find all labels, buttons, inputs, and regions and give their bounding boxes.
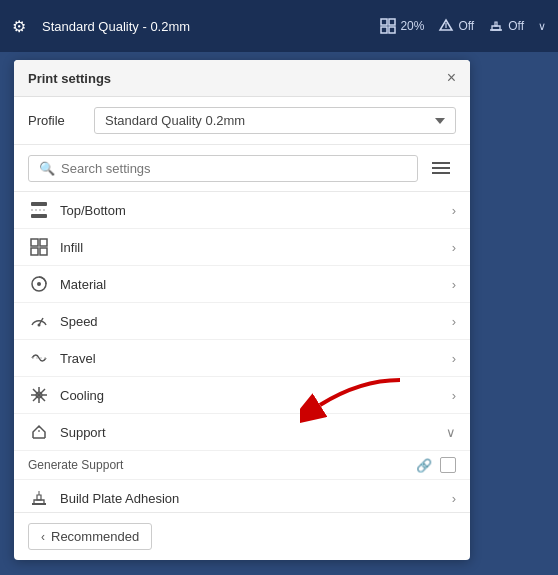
svg-point-16 <box>37 282 41 286</box>
top-bar: ⚙ Standard Quality - 0.2mm 20% Off <box>0 0 558 52</box>
search-input[interactable] <box>61 161 407 176</box>
setting-item-material[interactable]: Material › <box>14 266 470 303</box>
support-chevron: ∨ <box>446 425 456 440</box>
setting-item-infill[interactable]: Infill › <box>14 229 470 266</box>
recommended-label: Recommended <box>51 529 139 544</box>
setting-name-support: Support <box>60 425 438 440</box>
top-bar-adhesion[interactable]: Off <box>488 18 524 34</box>
support-label: Off <box>458 19 474 33</box>
profile-row: Profile Standard Quality 0.2mm <box>14 97 470 145</box>
svg-rect-14 <box>40 248 47 255</box>
svg-rect-1 <box>389 19 395 25</box>
settings-list: Top/Bottom › Infill › <box>14 192 470 512</box>
material-chevron: › <box>452 277 456 292</box>
svg-point-18 <box>38 324 41 327</box>
panel-title: Print settings <box>28 71 111 86</box>
profile-label: Profile <box>28 113 82 128</box>
support-icon <box>28 421 50 443</box>
top-bar-support[interactable]: Off <box>438 18 474 34</box>
panel-header: Print settings × <box>14 60 470 97</box>
generate-support-label: Generate Support <box>28 458 416 472</box>
search-box[interactable]: 🔍 <box>28 155 418 182</box>
svg-rect-2 <box>381 27 387 33</box>
top-bottom-icon <box>28 199 50 221</box>
search-icon: 🔍 <box>39 161 55 176</box>
setting-item-support[interactable]: Support ∨ <box>14 414 470 451</box>
speed-chevron: › <box>452 314 456 329</box>
setting-name-top-bottom: Top/Bottom <box>60 203 444 218</box>
top-bar-profile: Standard Quality - 0.2mm <box>42 19 190 34</box>
setting-item-cooling[interactable]: Cooling › <box>14 377 470 414</box>
top-bottom-chevron: › <box>452 203 456 218</box>
panel-footer: ‹ Recommended <box>14 512 470 560</box>
setting-name-material: Material <box>60 277 444 292</box>
build-plate-adhesion-icon <box>28 487 50 509</box>
generate-support-checkbox[interactable] <box>440 457 456 473</box>
setting-name-build-plate-adhesion: Build Plate Adhesion <box>60 491 444 506</box>
cooling-icon <box>28 384 50 406</box>
setting-item-top-bottom[interactable]: Top/Bottom › <box>14 192 470 229</box>
infill-chevron: › <box>452 240 456 255</box>
top-bar-items: 20% Off Off ∨ <box>380 18 546 34</box>
menu-icon-button[interactable] <box>426 153 456 183</box>
top-bar-infill[interactable]: 20% <box>380 18 424 34</box>
hamburger-icon <box>432 161 450 175</box>
setting-item-build-plate-adhesion[interactable]: Build Plate Adhesion › <box>14 480 470 512</box>
svg-rect-0 <box>381 19 387 25</box>
infill-icon <box>380 18 396 34</box>
adhesion-icon <box>488 18 504 34</box>
svg-rect-11 <box>31 239 38 246</box>
search-row: 🔍 <box>14 145 470 192</box>
setting-name-infill: Infill <box>60 240 444 255</box>
generate-support-row: Generate Support 🔗 <box>14 451 470 480</box>
setting-name-speed: Speed <box>60 314 444 329</box>
svg-rect-9 <box>31 214 47 218</box>
link-icon[interactable]: 🔗 <box>416 458 432 473</box>
svg-rect-8 <box>31 202 47 206</box>
travel-icon <box>28 347 50 369</box>
infill-icon <box>28 236 50 258</box>
sliders-icon: ⚙ <box>12 17 26 36</box>
generate-support-controls: 🔗 <box>416 457 456 473</box>
setting-item-speed[interactable]: Speed › <box>14 303 470 340</box>
infill-label: 20% <box>400 19 424 33</box>
svg-rect-3 <box>389 27 395 33</box>
setting-name-cooling: Cooling <box>60 388 444 403</box>
recommended-button[interactable]: ‹ Recommended <box>28 523 152 550</box>
cooling-chevron: › <box>452 388 456 403</box>
recommended-chevron-icon: ‹ <box>41 530 45 544</box>
print-settings-panel: Print settings × Profile Standard Qualit… <box>14 60 470 560</box>
setting-item-travel[interactable]: Travel › <box>14 340 470 377</box>
adhesion-label: Off <box>508 19 524 33</box>
material-icon <box>28 273 50 295</box>
close-button[interactable]: × <box>447 70 456 86</box>
speed-icon <box>28 310 50 332</box>
topbar-chevron[interactable]: ∨ <box>538 20 546 33</box>
svg-rect-12 <box>40 239 47 246</box>
profile-select[interactable]: Standard Quality 0.2mm <box>94 107 456 134</box>
setting-name-travel: Travel <box>60 351 444 366</box>
build-plate-adhesion-chevron: › <box>452 491 456 506</box>
svg-rect-13 <box>31 248 38 255</box>
travel-chevron: › <box>452 351 456 366</box>
support-icon <box>438 18 454 34</box>
